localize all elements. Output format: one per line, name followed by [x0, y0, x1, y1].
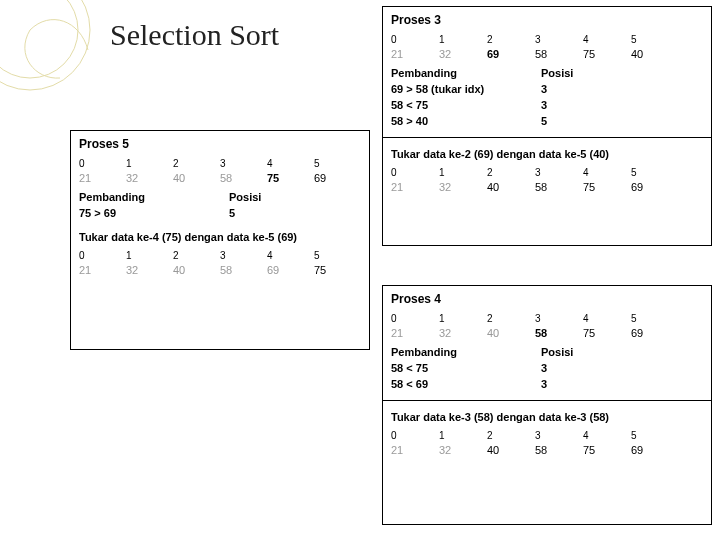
comparison-line: 58 < 693	[391, 376, 703, 392]
array-cell: 358	[535, 166, 583, 194]
array-cell: 569	[631, 429, 679, 457]
p4-after-row: 021132240358475569	[391, 429, 703, 457]
array-cell: 240	[487, 166, 535, 194]
array-cell: 132	[439, 166, 487, 194]
posisi-label: Posisi	[541, 67, 573, 79]
posisi-label: Posisi	[541, 346, 573, 358]
corner-decoration-icon	[0, 0, 100, 100]
pembanding-label: Pembanding	[79, 191, 229, 203]
array-cell: 358	[535, 33, 583, 61]
array-cell: 240	[173, 249, 220, 277]
p3-after-row: 021132240358475569	[391, 166, 703, 194]
comparison-line: 69 > 58 (tukar idx)3	[391, 81, 703, 97]
array-cell: 021	[79, 249, 126, 277]
array-cell: 469	[267, 249, 314, 277]
array-cell: 569	[631, 166, 679, 194]
p3-swap-text: Tukar data ke-2 (69) dengan data ke-5 (4…	[391, 148, 703, 160]
array-cell: 475	[583, 166, 631, 194]
svg-point-1	[0, 0, 78, 78]
p5-before-row: 021132240358475569	[79, 157, 361, 185]
p5-after-row: 021132240358469575	[79, 249, 361, 277]
array-cell: 569	[631, 312, 679, 340]
array-cell: 132	[439, 429, 487, 457]
comparison-line: 58 < 753	[391, 360, 703, 376]
posisi-label: Posisi	[229, 191, 261, 203]
separator	[383, 137, 711, 138]
page-title: Selection Sort	[110, 18, 279, 52]
array-cell: 358	[220, 157, 267, 185]
array-cell: 475	[583, 312, 631, 340]
p3-before-row: 021132269358475540	[391, 33, 703, 61]
array-cell: 132	[439, 312, 487, 340]
p5-swap-text: Tukar data ke-4 (75) dengan data ke-5 (6…	[79, 231, 361, 243]
comparison-line: 58 < 753	[391, 97, 703, 113]
array-cell: 240	[487, 312, 535, 340]
array-cell: 021	[79, 157, 126, 185]
p3-subhead: Pembanding Posisi	[391, 67, 703, 79]
pembanding-label: Pembanding	[391, 67, 541, 79]
array-cell: 358	[220, 249, 267, 277]
comparison-line: 75 > 695	[79, 205, 361, 221]
array-cell: 269	[487, 33, 535, 61]
p4-subhead: Pembanding Posisi	[391, 346, 703, 358]
comparison-line: 58 > 405	[391, 113, 703, 129]
process-5-box: Proses 5 021132240358475569 Pembanding P…	[70, 130, 370, 350]
p4-before-row: 021132240358475569	[391, 312, 703, 340]
array-cell: 475	[583, 33, 631, 61]
array-cell: 021	[391, 33, 439, 61]
p4-comparisons: 58 < 75358 < 693	[391, 360, 703, 392]
array-cell: 132	[439, 33, 487, 61]
array-cell: 132	[126, 249, 173, 277]
process-3-box: Proses 3 021132269358475540 Pembanding P…	[382, 6, 712, 246]
array-cell: 540	[631, 33, 679, 61]
process-4-box: Proses 4 021132240358475569 Pembanding P…	[382, 285, 712, 525]
array-cell: 021	[391, 429, 439, 457]
array-cell: 358	[535, 429, 583, 457]
process-3-title: Proses 3	[391, 13, 703, 27]
process-5-title: Proses 5	[79, 137, 361, 151]
p5-comparisons: 75 > 695	[79, 205, 361, 221]
array-cell: 021	[391, 166, 439, 194]
process-4-title: Proses 4	[391, 292, 703, 306]
array-cell: 132	[126, 157, 173, 185]
array-cell: 569	[314, 157, 361, 185]
p5-subhead: Pembanding Posisi	[79, 191, 361, 203]
array-cell: 475	[267, 157, 314, 185]
p3-comparisons: 69 > 58 (tukar idx)358 < 75358 > 405	[391, 81, 703, 129]
svg-point-0	[0, 0, 90, 90]
array-cell: 575	[314, 249, 361, 277]
array-cell: 358	[535, 312, 583, 340]
separator	[383, 400, 711, 401]
array-cell: 021	[391, 312, 439, 340]
array-cell: 240	[487, 429, 535, 457]
array-cell: 475	[583, 429, 631, 457]
p4-swap-text: Tukar data ke-3 (58) dengan data ke-3 (5…	[391, 411, 703, 423]
pembanding-label: Pembanding	[391, 346, 541, 358]
array-cell: 240	[173, 157, 220, 185]
